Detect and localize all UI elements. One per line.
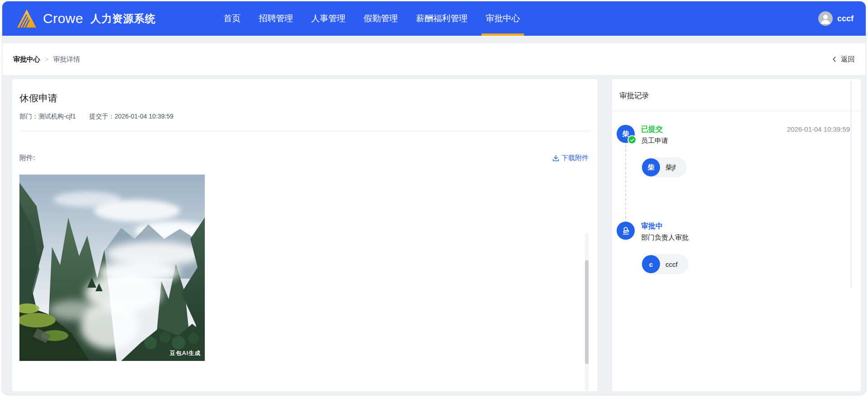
avatar: c [642, 255, 660, 273]
assignee-name: 柴jf [665, 163, 676, 172]
brand-name: Crowe [43, 11, 83, 26]
attachments-label: 附件: [19, 154, 35, 162]
approval-step-submitted: 柴 已提交 2026-01-04 10:39:59 员工申请 柴 [617, 125, 850, 177]
step-status: 审批中 [641, 222, 663, 231]
nav-item-approval-center[interactable]: 审批中心 [486, 1, 520, 36]
crowe-triangle-icon [16, 9, 37, 28]
breadcrumb-bar: 审批中心 > 审批详情 返回 [2, 43, 866, 75]
request-title: 休假申请 [19, 79, 590, 104]
submitted-value: 2026-01-04 10:39:59 [114, 113, 173, 120]
submitted-label: 提交于： [89, 113, 114, 120]
user-name: cccf [837, 14, 854, 24]
request-detail-card: 休假申请 部门：测试机构-cjf1 提交于：2026-01-04 10:39:5… [12, 79, 598, 391]
content-area: 休假申请 部门：测试机构-cjf1 提交于：2026-01-04 10:39:5… [2, 75, 866, 391]
approval-log-title: 审批记录 [612, 79, 861, 111]
main-scrollbar-thumb[interactable] [585, 260, 589, 364]
download-icon [552, 154, 560, 162]
nav-item-recruiting[interactable]: 招聘管理 [259, 1, 293, 36]
breadcrumb-current: 审批详情 [53, 55, 80, 64]
assignee-name: cccf [665, 261, 678, 268]
attachment-image[interactable]: 豆包AI生成 [19, 175, 205, 361]
step-body: 已提交 2026-01-04 10:39:59 员工申请 柴 柴jf [641, 125, 850, 177]
submitted-field: 提交于：2026-01-04 10:39:59 [89, 113, 173, 121]
department-field: 部门：测试机构-cjf1 [19, 113, 75, 121]
assignee-pill: c cccf [641, 254, 689, 274]
breadcrumb-separator: > [45, 56, 48, 63]
breadcrumb-section[interactable]: 审批中心 [13, 55, 40, 64]
back-button[interactable]: 返回 [831, 55, 855, 64]
avatar: 柴 [642, 158, 660, 176]
department-value: 测试机构-cjf1 [38, 113, 75, 120]
step-avatar [617, 222, 635, 240]
main-nav: 首页 招聘管理 人事管理 假勤管理 薪酬福利管理 审批中心 [223, 1, 520, 36]
download-attachment-link[interactable]: 下载附件 [552, 154, 589, 162]
ai-watermark: 豆包AI生成 [170, 350, 201, 357]
nav-item-compensation[interactable]: 薪酬福利管理 [416, 1, 467, 36]
app-window: Crowe 人力资源系统 首页 招聘管理 人事管理 假勤管理 薪酬福利管理 审批… [2, 1, 866, 395]
check-icon [627, 135, 637, 144]
person-icon [818, 11, 833, 26]
approval-log-card: 审批记录 柴 已提交 2026-01-04 1 [612, 79, 861, 391]
request-meta: 部门：测试机构-cjf1 提交于：2026-01-04 10:39:59 [19, 113, 590, 121]
step-description: 部门负责人审批 [641, 233, 850, 242]
attachments-row: 附件: 下载附件 [19, 154, 590, 162]
brand-logo[interactable]: Crowe 人力资源系统 [16, 9, 156, 28]
approval-timeline: 柴 已提交 2026-01-04 10:39:59 员工申请 柴 [612, 111, 861, 274]
nav-item-attendance[interactable]: 假勤管理 [363, 1, 398, 36]
chevron-left-icon [831, 56, 838, 63]
back-label: 返回 [841, 55, 855, 64]
assignee-pill: 柴 柴jf [641, 157, 687, 177]
user-menu[interactable]: cccf [818, 11, 854, 26]
top-navbar: Crowe 人力资源系统 首页 招聘管理 人事管理 假勤管理 薪酬福利管理 审批… [2, 1, 866, 36]
step-time: 2026-01-04 10:39:59 [787, 125, 850, 133]
breadcrumb: 审批中心 > 审批详情 [13, 55, 80, 64]
department-label: 部门： [19, 113, 38, 120]
nav-item-hr[interactable]: 人事管理 [311, 1, 345, 36]
download-label: 下载附件 [561, 154, 589, 162]
stamp-icon [617, 222, 635, 240]
step-body: 审批中 部门负责人审批 c cccf [641, 222, 850, 274]
nav-item-home[interactable]: 首页 [223, 1, 241, 36]
brand-product-name: 人力资源系统 [90, 12, 156, 26]
divider [19, 131, 590, 131]
step-status: 已提交 [641, 125, 663, 134]
approval-step-in-review: 审批中 部门负责人审批 c cccf [617, 222, 850, 274]
step-description: 员工申请 [641, 137, 850, 145]
step-avatar: 柴 [617, 125, 635, 143]
